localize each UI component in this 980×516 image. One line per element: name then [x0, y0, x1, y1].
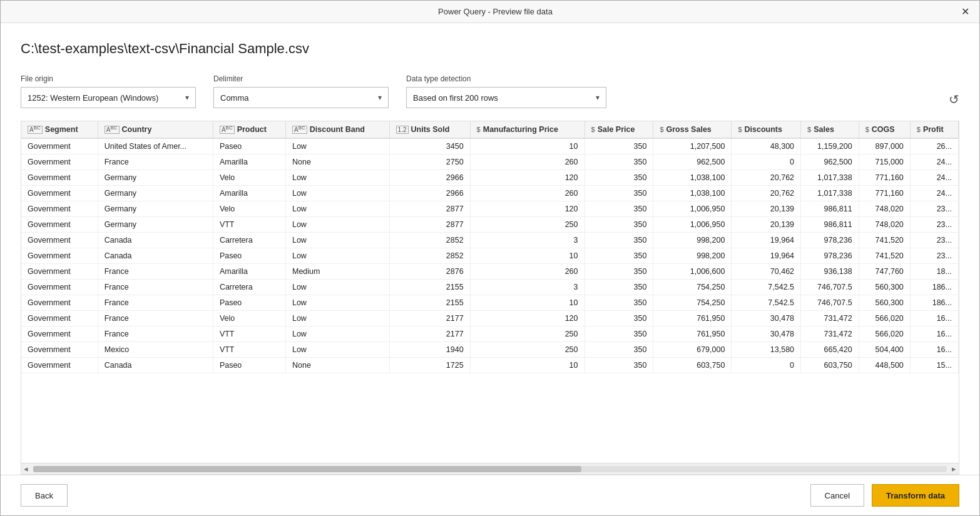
table-cell: 24...: [910, 170, 958, 186]
table-cell: France: [98, 154, 213, 170]
col-header-profit: $Profit: [910, 121, 958, 138]
table-cell: 560,300: [859, 295, 910, 311]
table-cell: 15...: [910, 358, 958, 373]
table-cell: Government: [21, 342, 98, 358]
scrollbar-track[interactable]: [33, 466, 947, 472]
refresh-button[interactable]: ↺: [949, 92, 959, 108]
table-cell: Government: [21, 280, 98, 295]
table-cell: Low: [285, 138, 389, 154]
table-cell: Canada: [98, 248, 213, 264]
table-cell: 70,462: [732, 264, 801, 280]
table-cell: Velo: [213, 170, 285, 186]
table-cell: Government: [21, 217, 98, 233]
table-cell: 747,760: [859, 264, 910, 280]
data-type-detection-chevron-icon: ▾: [596, 93, 600, 102]
table-cell: 10: [470, 248, 584, 264]
table-cell: 986,811: [801, 217, 859, 233]
col-header-units-sold: 1.2Units Sold: [389, 121, 470, 138]
table-cell: 2966: [389, 170, 470, 186]
table-row: GovernmentFranceAmarillaNone275026035096…: [21, 154, 959, 170]
col-header-sales: $Sales: [801, 121, 859, 138]
col-header-discounts: $Discounts: [732, 121, 801, 138]
table-cell: Carretera: [213, 280, 285, 295]
data-type-detection-label: Data type detection: [406, 74, 606, 83]
table-cell: 771,160: [859, 170, 910, 186]
table-cell: 2877: [389, 217, 470, 233]
table-cell: Low: [285, 217, 389, 233]
table-row: GovernmentFranceVeloLow2177120350761,950…: [21, 311, 959, 326]
delimiter-select[interactable]: Comma ▾: [213, 87, 389, 108]
table-cell: 761,950: [653, 326, 732, 342]
table-cell: 1,006,950: [653, 201, 732, 217]
table-cell: 746,707.5: [801, 295, 859, 311]
dialog: Power Query - Preview file data ✕ C:\tes…: [0, 0, 980, 516]
table-row: GovernmentFranceVTTLow2177250350761,9503…: [21, 326, 959, 342]
delimiter-value: Comma: [220, 93, 373, 103]
table-cell: 24...: [910, 154, 958, 170]
table-cell: Canada: [98, 358, 213, 373]
table-row: GovernmentMexicoVTTLow1940250350679,0001…: [21, 342, 959, 358]
table-cell: 1,038,100: [653, 186, 732, 201]
col-header-segment: ABCSegment: [21, 121, 98, 138]
table-cell: Government: [21, 295, 98, 311]
table-cell: 771,160: [859, 186, 910, 201]
scrollbar-thumb[interactable]: [33, 466, 581, 472]
table-cell: 731,472: [801, 326, 859, 342]
file-origin-value: 1252: Western European (Windows): [28, 93, 180, 103]
back-button[interactable]: Back: [21, 484, 68, 507]
table-cell: 350: [584, 217, 653, 233]
table-cell: 2177: [389, 326, 470, 342]
table-cell: 260: [470, 186, 584, 201]
data-table: ABCSegmentABCCountryABCProductABCDiscoun…: [21, 121, 959, 373]
table-cell: 1725: [389, 358, 470, 373]
table-cell: 1,017,338: [801, 186, 859, 201]
file-origin-select[interactable]: 1252: Western European (Windows) ▾: [21, 87, 196, 108]
table-cell: 48,300: [732, 138, 801, 154]
table-cell: 250: [470, 342, 584, 358]
table-row: GovernmentCanadaCarreteraLow28523350998,…: [21, 233, 959, 248]
table-cell: 0: [732, 358, 801, 373]
data-type-detection-value: Based on first 200 rows: [413, 93, 591, 103]
table-cell: Low: [285, 233, 389, 248]
table-cell: France: [98, 280, 213, 295]
table-wrapper[interactable]: ABCSegmentABCCountryABCProductABCDiscoun…: [21, 121, 959, 463]
table-cell: France: [98, 326, 213, 342]
table-cell: Low: [285, 311, 389, 326]
table-cell: 603,750: [801, 358, 859, 373]
controls-row: File origin 1252: Western European (Wind…: [21, 74, 959, 108]
table-cell: 19,964: [732, 248, 801, 264]
table-cell: 24...: [910, 186, 958, 201]
table-cell: 186...: [910, 295, 958, 311]
file-origin-chevron-icon: ▾: [185, 93, 189, 102]
table-cell: 754,250: [653, 280, 732, 295]
table-cell: 10: [470, 358, 584, 373]
dialog-body: C:\test-examples\text-csv\Financial Samp…: [1, 23, 979, 475]
table-cell: Paseo: [213, 248, 285, 264]
table-cell: VTT: [213, 217, 285, 233]
table-cell: 250: [470, 217, 584, 233]
table-cell: 30,478: [732, 326, 801, 342]
table-cell: 897,000: [859, 138, 910, 154]
table-cell: 350: [584, 248, 653, 264]
data-type-detection-select[interactable]: Based on first 200 rows ▾: [406, 87, 606, 108]
transform-data-button[interactable]: Transform data: [872, 484, 959, 507]
table-cell: None: [285, 358, 389, 373]
table-cell: None: [285, 154, 389, 170]
col-header-discount-band: ABCDiscount Band: [285, 121, 389, 138]
table-cell: 20,762: [732, 170, 801, 186]
dialog-footer: Back Cancel Transform data: [1, 475, 979, 515]
close-button[interactable]: ✕: [961, 6, 969, 18]
table-cell: 978,236: [801, 248, 859, 264]
table-cell: 30,478: [732, 311, 801, 326]
cancel-button[interactable]: Cancel: [810, 484, 864, 507]
table-cell: 1,207,500: [653, 138, 732, 154]
table-cell: 350: [584, 342, 653, 358]
table-cell: 23...: [910, 248, 958, 264]
scroll-right-icon[interactable]: ▸: [949, 464, 959, 473]
scroll-left-icon[interactable]: ◂: [21, 464, 31, 473]
table-cell: 3450: [389, 138, 470, 154]
table-container: ABCSegmentABCCountryABCProductABCDiscoun…: [21, 121, 959, 475]
table-cell: 1940: [389, 342, 470, 358]
table-cell: Amarilla: [213, 154, 285, 170]
horizontal-scrollbar[interactable]: ◂ ▸: [21, 463, 959, 474]
